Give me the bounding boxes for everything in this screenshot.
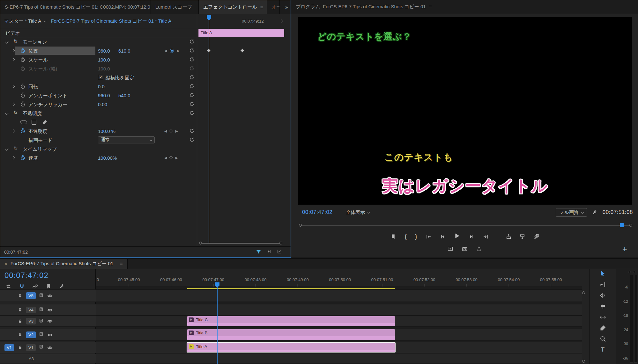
- source-patch-slot[interactable]: V1: [4, 344, 15, 351]
- motion-label[interactable]: モーション: [23, 39, 47, 45]
- toggle-track-output-eye-icon[interactable]: [47, 293, 53, 298]
- track-lane-v4[interactable]: [96, 304, 582, 316]
- expand-speed-icon[interactable]: [11, 156, 15, 159]
- clip-title-c[interactable]: fx Title C: [187, 316, 395, 326]
- scrollbar-handle[interactable]: [582, 291, 585, 294]
- ripple-edit-tool-icon[interactable]: [600, 292, 606, 299]
- timeline-playhead-handle[interactable]: [215, 282, 219, 288]
- sync-lock-icon[interactable]: [39, 307, 43, 313]
- track-lock-icon[interactable]: [17, 308, 24, 312]
- ec-clip-bar[interactable]: Title A: [198, 29, 284, 37]
- timeline-current-timecode[interactable]: 00:07:47:02: [4, 271, 48, 280]
- opacity-group-label[interactable]: 不透明度: [23, 111, 42, 117]
- program-playhead-handle[interactable]: [620, 223, 624, 227]
- sync-lock-icon[interactable]: [39, 332, 43, 338]
- keyframe-diamond-icon[interactable]: [240, 48, 244, 53]
- position-y-value[interactable]: 610.0: [118, 48, 130, 54]
- reset-antiflicker-button[interactable]: [189, 101, 195, 107]
- ec-horizontal-scrollbar[interactable]: [199, 242, 282, 245]
- fx-badge-icon[interactable]: fx: [14, 110, 17, 115]
- prev-keyframe-button[interactable]: ◀: [164, 155, 167, 160]
- expand-opacity-icon[interactable]: [11, 129, 15, 133]
- panel-menu-icon[interactable]: ≡: [120, 261, 122, 267]
- extract-icon[interactable]: [520, 234, 525, 239]
- playback-quality-dropdown[interactable]: フル画質: [556, 208, 587, 217]
- settings-wrench-icon[interactable]: [592, 210, 597, 215]
- timeline-settings-wrench-icon[interactable]: [59, 284, 65, 289]
- toggle-track-output-eye-icon[interactable]: [47, 318, 53, 324]
- add-remove-keyframe-button[interactable]: [169, 129, 173, 133]
- expand-scale-icon[interactable]: [11, 58, 15, 61]
- tab-audio-truncated[interactable]: オー: [267, 0, 280, 14]
- scrollbar-handle[interactable]: [199, 242, 202, 244]
- panel-menu-icon[interactable]: ≡: [429, 4, 432, 10]
- tab-lumetri-scopes[interactable]: Lumetri スコープ: [151, 0, 199, 14]
- add-remove-keyframe-button[interactable]: [170, 49, 174, 53]
- uniform-scale-checkbox[interactable]: ✓: [98, 75, 103, 80]
- step-back-icon[interactable]: [440, 234, 445, 239]
- ec-row-opacity-group[interactable]: fx 不透明度: [0, 109, 197, 118]
- tab-sequence[interactable]: × ForCS-EP6-7 Tips of Cinematic Shots コピ…: [0, 259, 128, 269]
- track-lock-icon[interactable]: [17, 332, 24, 337]
- tab-overflow-icon[interactable]: »: [283, 0, 291, 14]
- reset-uniform-button[interactable]: [189, 75, 195, 80]
- stopwatch-scale-icon[interactable]: [20, 57, 26, 62]
- reset-opacity-group-button[interactable]: [189, 110, 195, 116]
- ec-row-anchor-point[interactable]: アンカーポイント 960.0 540.0: [0, 91, 197, 100]
- track-lane-v5[interactable]: [96, 289, 582, 302]
- tab-source-monitor[interactable]: S-EP6-7 Tips of Cinematic Shots コピー 01: …: [0, 0, 151, 14]
- track-target-badge[interactable]: V3: [26, 318, 36, 324]
- button-editor-plus-icon[interactable]: +: [622, 244, 627, 254]
- next-keyframe-button[interactable]: ▶: [175, 128, 178, 134]
- timeline-ruler[interactable]: 0 00:07:45:0000:07:46:0000:07:47:0000:07…: [96, 269, 582, 287]
- pen-tool-icon[interactable]: [600, 325, 606, 331]
- ec-row-time-remap[interactable]: fx タイムリマップ: [0, 144, 197, 153]
- audio-meter[interactable]: -6-12-18-24-30-36: [616, 269, 638, 364]
- program-current-timecode[interactable]: 00:07:47:02: [302, 209, 332, 215]
- position-x-value[interactable]: 960.0: [98, 48, 110, 54]
- track-target-badge[interactable]: V5: [26, 292, 36, 299]
- timeline-vertical-scrollbar[interactable]: [582, 289, 586, 363]
- ec-row-rotation[interactable]: 回転 0.0: [0, 82, 197, 91]
- rotation-value[interactable]: 0.0: [98, 84, 105, 89]
- play-around-icon[interactable]: [267, 249, 271, 255]
- toggle-track-output-eye-icon[interactable]: [47, 345, 53, 350]
- rectangle-mask-icon[interactable]: [32, 120, 36, 125]
- comparison-view-icon[interactable]: [476, 246, 482, 251]
- zoom-scroll-handle[interactable]: [299, 224, 302, 227]
- add-marker-icon[interactable]: [390, 234, 396, 239]
- track-label-a3[interactable]: A3: [29, 356, 34, 361]
- go-to-in-icon[interactable]: [426, 234, 431, 239]
- panel-menu-icon[interactable]: ≡: [260, 4, 263, 10]
- scale-value[interactable]: 100.0: [98, 57, 110, 62]
- ec-row-motion[interactable]: fx モーション: [0, 37, 197, 46]
- stopwatch-speed-icon[interactable]: [20, 155, 26, 160]
- sync-lock-icon[interactable]: [39, 293, 43, 299]
- expand-rotation-icon[interactable]: [11, 84, 15, 88]
- track-lane-v1[interactable]: fx Title A: [96, 342, 582, 353]
- ec-row-scale[interactable]: スケール 100.0: [0, 55, 197, 64]
- anchor-x-value[interactable]: 960.0: [98, 93, 110, 98]
- antiflicker-value[interactable]: 0.00: [98, 102, 107, 107]
- stopwatch-anchor-icon[interactable]: [20, 92, 26, 98]
- close-icon[interactable]: ×: [4, 261, 7, 266]
- tab-effect-controls[interactable]: エフェクトコントロール ≡: [199, 0, 267, 14]
- tab-program-monitor[interactable]: プログラム: ForCS-EP6-7 Tips of Cinematic Sho…: [291, 0, 436, 14]
- go-to-out-icon[interactable]: [483, 234, 488, 239]
- export-frame-camera-icon[interactable]: [462, 246, 467, 251]
- linked-selection-icon[interactable]: [33, 284, 38, 289]
- ellipse-mask-icon[interactable]: [20, 120, 27, 124]
- expand-position-icon[interactable]: [11, 49, 15, 52]
- slip-tool-icon[interactable]: [600, 314, 606, 320]
- clip-title-b[interactable]: fx Title B: [187, 329, 395, 340]
- program-scrubber[interactable]: [299, 223, 632, 228]
- toggle-track-output-eye-icon[interactable]: [47, 332, 53, 338]
- time-remap-label[interactable]: タイムリマップ: [23, 146, 57, 152]
- track-lock-icon[interactable]: [17, 294, 24, 298]
- toggle-track-output-eye-icon[interactable]: [47, 307, 53, 313]
- speed-value[interactable]: 100.00%: [98, 155, 117, 161]
- razor-tool-icon[interactable]: [600, 303, 606, 309]
- collapse-opacity-icon[interactable]: [5, 111, 8, 115]
- program-video-canvas[interactable]: どのテキストを選ぶ？ このテキストも 実はレガシータイトル: [298, 17, 632, 205]
- add-remove-keyframe-button[interactable]: [169, 156, 173, 159]
